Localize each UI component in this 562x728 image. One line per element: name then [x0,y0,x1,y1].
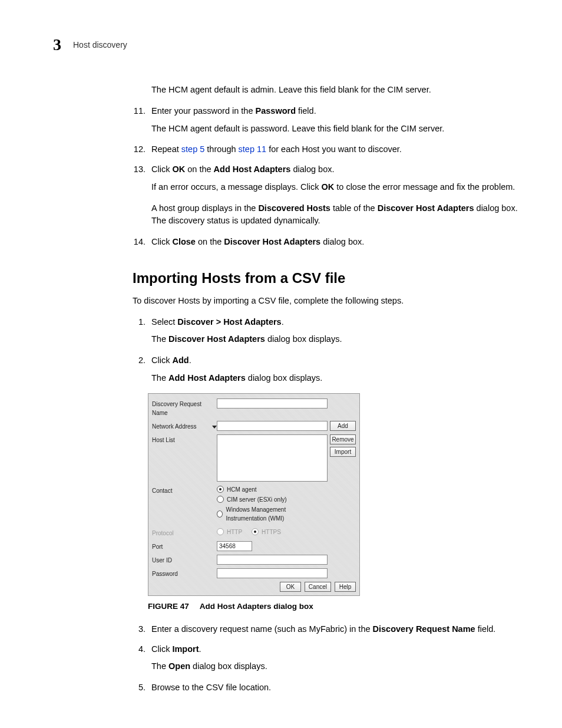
page-header: 3 Host discovery [53,35,521,54]
password-input[interactable] [217,568,328,578]
add-button[interactable]: Add [330,421,356,431]
label-discovery-request-name: Discovery Request Name [152,398,217,417]
step-13-sub2: A host group displays in the Discovered … [151,202,521,228]
subsection-heading: Importing Hosts from a CSV file [133,268,521,289]
figure-text: Add Host Adapters dialog box [200,602,313,611]
section-title: Host discovery [73,40,127,50]
step-13: Click OK on the Add Host Adapters dialog… [148,163,521,228]
cancel-button[interactable]: Cancel [305,582,331,592]
step-list-fresh: Select Discover > Host Adapters. The Dis… [133,316,521,385]
link-step-11[interactable]: step 11 [239,144,267,154]
label-user-id: User ID [152,555,217,565]
add-host-adapters-dialog: Discovery Request Name Network Address A… [148,393,360,596]
radio-https [252,528,259,535]
step-11-sub: The HCM agent default is password. Leave… [151,123,521,136]
paragraph: The HCM agent default is admin. Leave th… [151,84,521,97]
user-id-input[interactable] [217,555,328,565]
step-13-sub1: If an error occurs, a message displays. … [151,181,521,194]
step-list-fresh-continued: Enter a discovery request name (such as … [133,623,521,694]
remove-button[interactable]: Remove [330,434,356,444]
label-network-address: Network Address [152,422,197,431]
chapter-number: 3 [53,35,61,54]
label-contact: Contact [152,485,217,495]
network-address-input[interactable] [217,421,328,431]
step-14: Click Close on the Discover Host Adapter… [148,236,521,249]
chevron-down-icon[interactable] [212,426,217,429]
discovery-request-name-input[interactable] [217,398,328,409]
figure-label: FIGURE 47 [148,602,189,611]
step-4-sub: The Open dialog box displays. [151,660,521,673]
host-list-box[interactable] [217,434,328,482]
subsection-intro: To discover Hosts by importing a CSV fil… [133,295,521,308]
step-list-continued: Enter your password in the Password fiel… [133,105,521,249]
radio-wmi[interactable] [217,510,223,518]
step-5: Browse to the CSV file location. [148,681,521,694]
import-button[interactable]: Import [330,447,356,457]
help-button[interactable]: Help [335,582,356,592]
radio-hcm-agent[interactable] [217,486,224,493]
label-protocol: Protocol [152,528,217,538]
link-step-5[interactable]: step 5 [181,144,205,154]
label-host-list: Host List [152,434,217,444]
step-11: Enter your password in the Password fiel… [148,105,521,136]
step-1: Select Discover > Host Adapters. The Dis… [148,316,521,347]
radio-http [217,528,224,535]
port-input[interactable]: 34568 [217,541,252,551]
ok-button[interactable]: OK [280,582,301,592]
step-2: Click Add. The Add Host Adapters dialog … [148,354,521,385]
figure-caption: FIGURE 47Add Host Adapters dialog box [148,601,521,612]
step-3: Enter a discovery request name (such as … [148,623,521,636]
step-2-sub: The Add Host Adapters dialog box display… [151,372,521,385]
radio-cim[interactable] [217,496,224,503]
step-1-sub: The Discover Host Adapters dialog box di… [151,333,521,346]
label-password: Password [152,568,217,578]
label-port: Port [152,541,217,551]
step-12: Repeat step 5 through step 11 for each H… [148,143,521,156]
step-4: Click Import. The Open dialog box displa… [148,643,521,674]
